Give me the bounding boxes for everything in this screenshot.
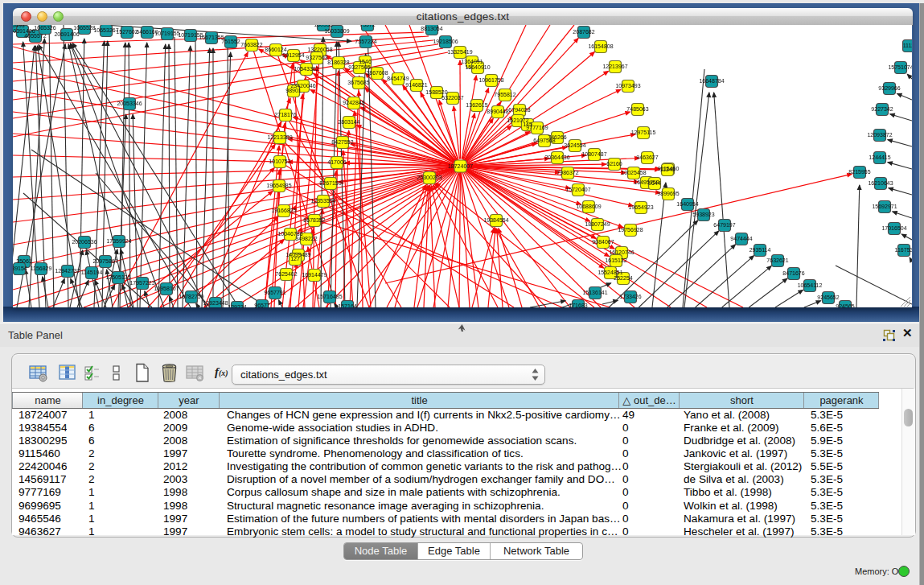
- svg-text:39154: 39154: [13, 266, 27, 271]
- svg-text:8186328: 8186328: [327, 60, 349, 65]
- svg-text:16120746: 16120746: [609, 249, 634, 255]
- svg-text:15136141: 15136141: [582, 290, 607, 295]
- svg-text:8427552: 8427552: [331, 139, 353, 145]
- svg-text:20975867: 20975867: [92, 258, 117, 264]
- svg-text:35061: 35061: [16, 258, 32, 264]
- svg-text:6794028: 6794028: [508, 107, 530, 113]
- svg-text:1112: 1112: [903, 43, 912, 48]
- svg-text:2718176: 2718176: [274, 112, 296, 117]
- svg-text:12505135: 12505135: [105, 274, 130, 280]
- svg-text:73572: 73572: [359, 25, 376, 27]
- svg-text:1065528: 1065528: [73, 25, 95, 31]
- svg-text:157164: 157164: [338, 303, 356, 307]
- svg-text:1145194: 1145194: [81, 270, 103, 275]
- svg-text:15716485: 15716485: [317, 294, 342, 299]
- svg-text:3498222: 3498222: [295, 236, 317, 241]
- svg-text:16154808: 16154808: [588, 43, 613, 49]
- svg-text:10958107: 10958107: [154, 286, 179, 291]
- svg-text:20053346: 20053346: [117, 101, 142, 106]
- svg-text:7986372: 7986372: [556, 170, 578, 175]
- svg-text:20206536: 20206536: [72, 239, 97, 245]
- svg-text:12923448: 12923448: [203, 300, 228, 306]
- svg-text:12213389: 12213389: [267, 134, 292, 140]
- svg-text:8678352: 8678352: [303, 217, 325, 223]
- svg-text:3675685: 3675685: [347, 80, 369, 85]
- svg-text:19384554: 19384554: [483, 217, 508, 223]
- svg-text:8990448: 8990448: [487, 109, 508, 114]
- svg-text:8454749: 8454749: [387, 76, 409, 81]
- svg-text:11340: 11340: [660, 167, 676, 172]
- svg-text:1546: 1546: [359, 59, 372, 64]
- svg-text:9146821: 9146821: [405, 82, 427, 88]
- svg-text:17957223: 17957223: [129, 280, 154, 286]
- svg-text:9245652: 9245652: [817, 295, 839, 300]
- svg-text:1527602: 1527602: [116, 29, 138, 35]
- svg-text:7632621: 7632621: [766, 257, 788, 263]
- svg-text:8912954: 8912954: [282, 52, 304, 58]
- svg-text:20364436: 20364436: [544, 154, 569, 160]
- svg-text:8813054: 8813054: [421, 26, 442, 31]
- svg-text:6479197: 6479197: [713, 222, 735, 228]
- svg-text:9657791: 9657791: [264, 290, 285, 295]
- svg-text:1244415: 1244415: [869, 154, 890, 160]
- svg-text:10653267: 10653267: [93, 27, 118, 33]
- svg-text:16671355: 16671355: [199, 35, 224, 40]
- svg-text:10688609: 10688609: [576, 204, 601, 209]
- svg-text:16782759: 16782759: [179, 294, 203, 299]
- svg-text:15692971: 15692971: [872, 204, 897, 209]
- svg-text:127: 127: [290, 256, 300, 262]
- svg-text:1733426: 1733426: [619, 294, 641, 299]
- svg-text:8660124: 8660124: [265, 47, 286, 52]
- svg-text:1065326: 1065326: [34, 25, 55, 31]
- svg-text:10719155: 10719155: [154, 31, 179, 36]
- svg-text:7663822: 7663822: [240, 42, 262, 47]
- svg-text:98901: 98901: [285, 88, 302, 93]
- svg-text:129234: 129234: [228, 304, 246, 307]
- svg-text:12975115: 12975115: [631, 130, 656, 135]
- svg-text:19756928: 19756928: [618, 227, 643, 233]
- svg-text:924565: 924565: [836, 303, 854, 307]
- svg-text:12213967: 12213967: [602, 64, 627, 69]
- svg-text:9899695: 9899695: [657, 191, 679, 196]
- svg-text:13226058: 13226058: [307, 47, 332, 52]
- svg-text:751552: 751552: [221, 39, 240, 44]
- svg-text:62160: 62160: [606, 161, 622, 167]
- svg-text:8471676: 8471676: [782, 270, 804, 276]
- svg-text:171683: 171683: [569, 303, 587, 307]
- svg-text:160338: 160338: [314, 25, 332, 27]
- svg-text:417006: 417006: [327, 159, 346, 165]
- svg-text:2935114: 2935114: [749, 247, 771, 253]
- svg-text:17359924: 17359924: [106, 238, 131, 244]
- svg-text:13325419: 13325419: [447, 49, 472, 55]
- svg-text:1156829: 1156829: [31, 266, 52, 271]
- svg-text:16914479: 16914479: [302, 272, 326, 278]
- svg-text:16648784: 16648784: [699, 78, 724, 84]
- svg-text:7357224: 7357224: [355, 39, 376, 44]
- svg-text:7625402: 7625402: [275, 271, 297, 277]
- svg-text:9327503: 9327503: [306, 55, 327, 60]
- svg-text:15751074: 15751074: [888, 64, 912, 70]
- svg-text:9227342: 9227342: [871, 106, 893, 112]
- svg-text:16210643: 16210643: [868, 180, 893, 186]
- svg-text:12353594: 12353594: [310, 198, 335, 204]
- svg-text:7955812: 7955812: [494, 92, 515, 97]
- svg-text:10807487: 10807487: [581, 151, 606, 157]
- svg-text:1010753: 1010753: [269, 159, 290, 164]
- svg-text:19166825: 19166825: [271, 208, 296, 213]
- svg-text:10961758: 10961758: [478, 77, 503, 83]
- svg-text:19654923: 19654923: [628, 204, 653, 210]
- svg-text:15640910: 15640910: [465, 64, 490, 70]
- svg-text:5322037: 5322037: [441, 95, 463, 101]
- svg-text:1362615: 1362615: [466, 102, 487, 108]
- svg-text:19654985: 19654985: [266, 183, 291, 188]
- svg-text:10654112: 10654112: [798, 282, 823, 288]
- svg-text:252254: 252254: [614, 275, 632, 281]
- svg-text:20691406: 20691406: [54, 31, 79, 37]
- svg-text:12942737: 12942737: [55, 268, 80, 274]
- svg-text:9644: 9644: [648, 180, 661, 186]
- svg-text:9463627: 9463627: [636, 154, 658, 160]
- svg-text:9329966: 9329966: [878, 85, 900, 91]
- svg-text:10025458: 10025458: [621, 170, 646, 175]
- svg-text:1588520: 1588520: [425, 89, 447, 95]
- svg-text:2087682: 2087682: [573, 29, 594, 35]
